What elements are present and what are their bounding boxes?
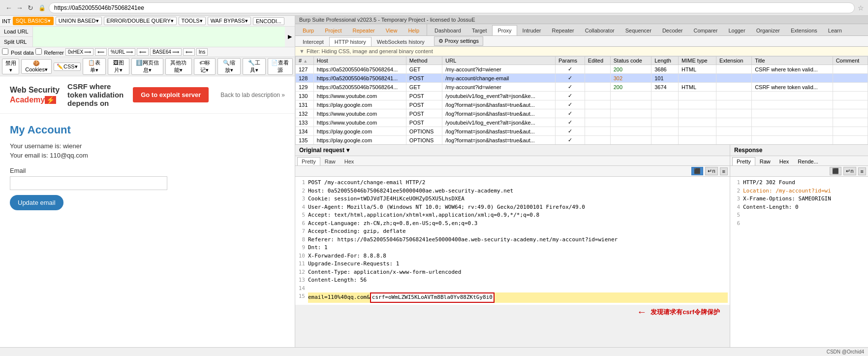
ins-btn[interactable]: Ins [196, 48, 208, 56]
hex-decode-btn[interactable]: ⟸ [95, 48, 107, 56]
line-content: X-Frame-Options: SAMEORIGIN [743, 195, 866, 203]
load-url-button[interactable]: Load URL [0, 27, 32, 37]
col-mime[interactable]: MIME type [679, 57, 716, 65]
col-title[interactable]: Title [752, 57, 833, 65]
exploit-server-button[interactable]: Go to exploit server [133, 87, 209, 102]
line-content: Host: 0a520055046b75068241ee50000400ae.w… [308, 187, 728, 195]
req-hex-tab[interactable]: Hex [340, 157, 359, 165]
post-data-checkbox[interactable] [2, 48, 8, 55]
col-params[interactable]: Params [556, 57, 585, 65]
browser-bar: ← → ↻ 🔒 ☆ [0, 0, 868, 16]
waf-bypass-btn[interactable]: WAF BYPASS▾ [208, 17, 251, 25]
view-menu-tab[interactable]: View [380, 25, 403, 35]
intruder-tab[interactable]: Intruder [517, 25, 547, 35]
proxy-settings-button[interactable]: ⚙ Proxy settings [434, 36, 483, 46]
req-format-btn[interactable]: ↵n [705, 167, 717, 175]
comparer-tab[interactable]: Comparer [688, 25, 723, 35]
split-url-button[interactable]: Split URL [0, 37, 32, 47]
union-based-btn[interactable]: UNION BASED▾ [56, 17, 102, 25]
resp-render-tab[interactable]: Rende... [793, 157, 823, 165]
repeater-menu-tab[interactable]: Repeater [347, 25, 380, 35]
hex-encode-btn[interactable]: 0xHEX ⟹ [65, 48, 93, 56]
collaborator-tab[interactable]: Collaborator [580, 25, 620, 35]
decoder-tab[interactable]: Decoder [657, 25, 688, 35]
table-row[interactable]: 129 https://0a520055046b75068264... GET … [296, 83, 868, 92]
col-edited[interactable]: Edited [585, 57, 610, 65]
learn-tab[interactable]: Learn [823, 25, 847, 35]
cookies-btn[interactable]: 🍪Cookies▾ [21, 59, 52, 74]
sql-basics-btn[interactable]: SQL BASICS▾ [13, 17, 54, 25]
extensions-tab[interactable]: Extensions [785, 25, 823, 35]
resp-raw-tab[interactable]: Raw [755, 157, 775, 165]
resp-hex-tab[interactable]: Hex [775, 157, 794, 165]
forms-btn[interactable]: 📋表单▾ [83, 58, 106, 75]
logger-tab[interactable]: Logger [723, 25, 750, 35]
view-source-btn[interactable]: 📄查看源 [268, 58, 293, 75]
resp-wrap-btn[interactable]: ⬛ [830, 167, 841, 175]
col-comment[interactable]: Comment [833, 57, 868, 65]
http-history-tab[interactable]: HTTP history [329, 37, 372, 46]
pageinfo-btn[interactable]: ℹ️网页信息▾ [131, 58, 163, 75]
table-row[interactable]: 132 https://www.youtube.com POST /log?fo… [296, 109, 868, 118]
resp-format-btn[interactable]: ↵n [843, 167, 856, 175]
dashboard-tab[interactable]: Dashboard [429, 25, 466, 35]
zoom-btn[interactable]: 🔍缩放▾ [217, 58, 241, 75]
wsa-header: Web Security Academy⚡ CSRF where token v… [0, 76, 295, 114]
refresh-button[interactable]: ↻ [26, 3, 35, 13]
col-host[interactable]: Host [313, 57, 406, 65]
back-button[interactable]: ← [4, 3, 14, 13]
other-btn[interactable]: 其他功能▾ [165, 58, 192, 75]
burp-menu-tab[interactable]: Burp [297, 25, 319, 35]
email-input[interactable] [10, 176, 167, 190]
req-raw-tab[interactable]: Raw [320, 157, 340, 165]
dropdown-icon[interactable]: ▾ [346, 147, 349, 154]
sequencer-tab[interactable]: Sequencer [620, 25, 657, 35]
table-row[interactable]: 128 https://0a520055046b75068241... POST… [296, 74, 868, 83]
request-line: 6Accept-Language: zh-CN,zh;q=0.8,en-US;q… [297, 220, 728, 228]
table-row[interactable]: 131 https://play.google.com POST /log?fo… [296, 100, 868, 109]
resp-pretty-tab[interactable]: Pretty [732, 157, 755, 165]
referrer-checkbox[interactable] [35, 48, 42, 55]
help-menu-tab[interactable]: Help [403, 25, 425, 35]
req-more-btn[interactable]: ≡ [720, 167, 728, 175]
base64-encode-btn[interactable]: BASE64 ⟹ [150, 48, 182, 56]
disable-btn[interactable]: 禁用▾ [2, 59, 19, 74]
intercept-tab[interactable]: Intercept [297, 37, 329, 46]
bookmark-icon[interactable]: ☆ [858, 4, 864, 12]
mark-btn[interactable]: 🏷标记▾ [194, 58, 216, 75]
tools-btn[interactable]: TOOLS▾ [179, 17, 206, 25]
percent-decode-btn[interactable]: ⟸ [137, 48, 149, 56]
col-length[interactable]: Length [651, 57, 679, 65]
project-menu-tab[interactable]: Project [319, 25, 347, 35]
percent-encode-btn[interactable]: %URL ⟹ [108, 48, 135, 56]
req-wrap-btn[interactable]: ⬛ [691, 167, 703, 175]
encoding-btn[interactable]: ENCODI... [253, 17, 284, 25]
back-to-lab-link[interactable]: Back to lab description » [220, 92, 285, 98]
proxy-tab[interactable]: Proxy [492, 25, 517, 35]
execute-button[interactable]: ▶ [285, 27, 295, 47]
col-status[interactable]: Status code [610, 57, 651, 65]
error-double-btn[interactable]: ERROR/DOUBLE QUERY▾ [104, 17, 177, 25]
forward-button[interactable]: → [15, 3, 25, 13]
organizer-tab[interactable]: Organizer [751, 25, 785, 35]
table-row[interactable]: 134 https://play.google.com OPTIONS /log… [296, 127, 868, 136]
table-row[interactable]: 135 https://play.google.com OPTIONS /log… [296, 136, 868, 145]
resp-more-btn[interactable]: ≡ [858, 167, 866, 175]
col-url[interactable]: URL [442, 57, 556, 65]
repeater-tab[interactable]: Repeater [547, 25, 580, 35]
base64-decode-btn[interactable]: ⟸ [183, 48, 195, 56]
table-row[interactable]: 130 https://www.youtube.com POST /youtub… [296, 92, 868, 100]
url-bar[interactable] [49, 2, 855, 13]
target-tab[interactable]: Target [466, 25, 493, 35]
images-btn[interactable]: 🖼图片▾ [108, 58, 129, 75]
col-method[interactable]: Method [406, 57, 442, 65]
col-id[interactable]: # ▲ [296, 57, 314, 65]
websockets-history-tab[interactable]: WebSockets history [372, 37, 430, 46]
table-row[interactable]: 127 https://0a520055046b75068264... GET … [296, 65, 868, 74]
table-row[interactable]: 133 https://www.youtube.com POST /youtub… [296, 118, 868, 127]
tools2-btn[interactable]: 🔧工具▾ [243, 58, 266, 75]
css-btn[interactable]: ✏️CSS▾ [54, 63, 81, 71]
req-pretty-tab[interactable]: Pretty [297, 157, 320, 165]
col-ext[interactable]: Extension [716, 57, 752, 65]
update-email-button[interactable]: Update email [10, 195, 63, 210]
